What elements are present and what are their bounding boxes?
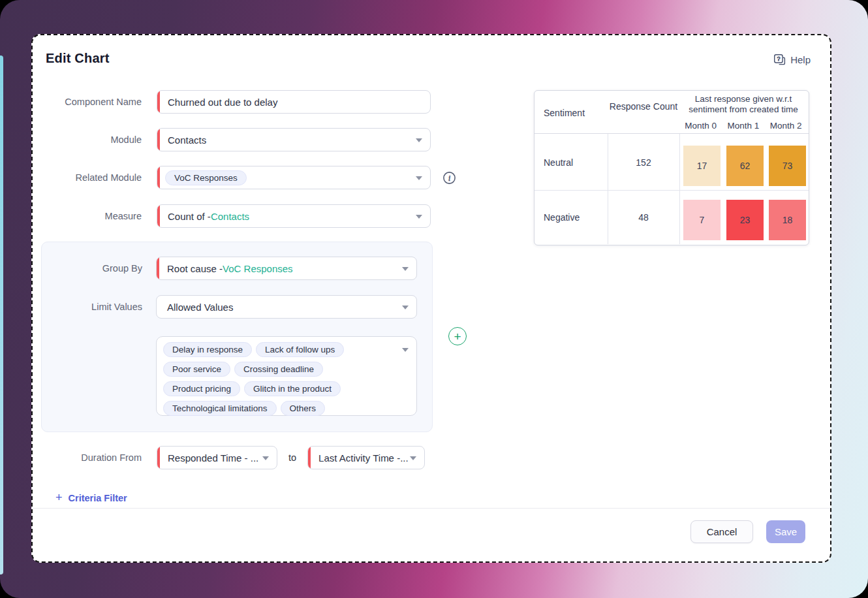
module-value: Contacts xyxy=(168,134,206,146)
value-chip[interactable]: Poor service xyxy=(163,362,230,377)
col-header-sentiment: Sentiment xyxy=(544,108,585,118)
module-label: Module xyxy=(46,134,142,145)
value-chip[interactable]: Delay in response xyxy=(163,342,252,357)
heatmap-cell: 17 xyxy=(683,146,721,186)
sentiment-value: Negative xyxy=(544,212,580,223)
chevron-down-icon xyxy=(402,348,409,352)
value-chip[interactable]: Others xyxy=(281,401,326,416)
group-by-label: Group By xyxy=(55,263,142,274)
svg-text:i: i xyxy=(448,174,450,181)
col-header-month-1: Month 1 xyxy=(722,121,764,131)
component-name-value: Churned out due to delay xyxy=(168,97,277,108)
plus-icon: + xyxy=(55,491,63,505)
limit-values-select[interactable]: Allowed Values xyxy=(156,295,417,319)
heatmap-cell: 62 xyxy=(726,146,764,186)
chevron-down-icon xyxy=(402,306,409,309)
duration-to-value: Last Activity Time -... xyxy=(318,452,409,464)
module-select[interactable]: Contacts xyxy=(157,128,431,151)
gradient-backdrop: Edit Chart ? Help Component Name Churned… xyxy=(0,0,868,598)
col-header-month-0: Month 0 xyxy=(679,121,722,131)
measure-select[interactable]: Count of - Contacts xyxy=(157,204,431,228)
value-chip[interactable]: Product pricing xyxy=(163,381,240,396)
group-by-prefix: Root cause - xyxy=(167,263,223,274)
value-chip[interactable]: Glitch in the product xyxy=(244,381,341,396)
cancel-button[interactable]: Cancel xyxy=(690,520,753,543)
col-header-response-count: Response Count xyxy=(608,101,679,112)
add-group-button[interactable]: + xyxy=(448,327,467,345)
footer-divider xyxy=(33,508,830,509)
group-by-panel: Group By Root cause - VoC Responses Limi… xyxy=(41,242,433,432)
group-by-value: VoC Responses xyxy=(223,263,293,274)
help-icon: ? xyxy=(773,54,786,66)
measure-value: Contacts xyxy=(211,211,249,222)
chart-preview-table: Sentiment Response Count Last response g… xyxy=(534,90,809,245)
info-icon[interactable]: i xyxy=(442,171,456,185)
related-module-select[interactable]: VoC Responses xyxy=(157,166,431,189)
value-chip[interactable]: Lack of follow ups xyxy=(256,342,344,357)
chevron-down-icon xyxy=(262,456,269,460)
table-header: Sentiment Response Count Last response g… xyxy=(535,91,809,134)
measure-label: Measure xyxy=(46,211,142,221)
chevron-down-icon xyxy=(416,176,422,180)
criteria-filter-label: Criteria Filter xyxy=(69,493,127,503)
svg-text:?: ? xyxy=(777,55,781,62)
related-module-chip[interactable]: VoC Responses xyxy=(165,170,247,185)
related-module-label: Related Module xyxy=(46,172,142,183)
heatmap-cell: 73 xyxy=(769,146,806,186)
heatmap-cell: 23 xyxy=(726,200,764,240)
chevron-down-icon xyxy=(410,456,416,460)
month-headers: Month 0 Month 1 Month 2 xyxy=(679,121,807,131)
duration-from-select[interactable]: Responded Time - ... xyxy=(157,446,277,469)
criteria-filter-link[interactable]: + Criteria Filter xyxy=(55,491,127,505)
chevron-down-icon xyxy=(416,138,422,142)
heatmap-cell: 7 xyxy=(683,200,721,240)
limit-values-value: Allowed Values xyxy=(167,302,233,313)
edit-chart-dialog: Edit Chart ? Help Component Name Churned… xyxy=(31,34,831,563)
left-edge-glow xyxy=(0,55,3,574)
group-by-select[interactable]: Root cause - VoC Responses xyxy=(156,257,417,280)
help-button[interactable]: ? Help xyxy=(773,54,811,66)
chevron-down-icon xyxy=(402,267,409,271)
row-divider xyxy=(535,190,809,191)
duration-from-label: Duration From xyxy=(46,452,142,463)
value-chip[interactable]: Technological limitations xyxy=(163,401,277,416)
value-chip[interactable]: Crossing deadline xyxy=(234,362,323,377)
component-name-label: Component Name xyxy=(46,97,142,107)
dialog-title: Edit Chart xyxy=(46,51,110,66)
response-count-value: 48 xyxy=(608,212,679,223)
column-divider xyxy=(608,134,608,244)
heatmap-cell: 18 xyxy=(769,200,806,240)
duration-to-select[interactable]: Last Activity Time -... xyxy=(307,446,425,469)
limit-values-label: Limit Values xyxy=(55,302,142,312)
help-label: Help xyxy=(790,54,811,65)
save-button[interactable]: Save xyxy=(766,520,805,543)
response-count-value: 152 xyxy=(608,157,679,168)
component-name-input[interactable]: Churned out due to delay xyxy=(157,90,431,114)
col-header-month-2: Month 2 xyxy=(765,121,807,131)
sentiment-value: Neutral xyxy=(544,157,573,168)
column-divider xyxy=(679,134,680,244)
duration-from-value: Responded Time - ... xyxy=(168,452,258,464)
duration-to-label: to xyxy=(288,452,296,463)
measure-prefix: Count of - xyxy=(168,211,211,222)
allowed-values-multiselect[interactable]: Delay in response Lack of follow ups Poo… xyxy=(156,336,417,416)
col-header-group-title: Last response given w.r.t sentiment from… xyxy=(679,94,807,115)
chevron-down-icon xyxy=(416,215,422,219)
